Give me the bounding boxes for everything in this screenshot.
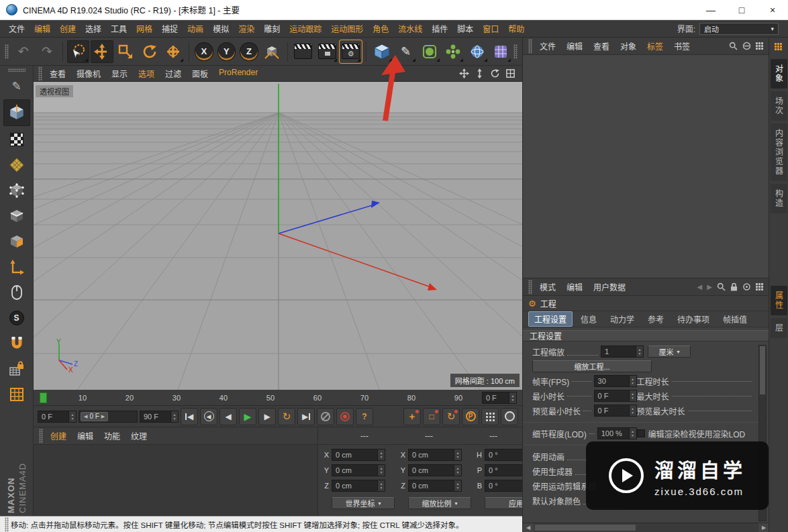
coord-group-header[interactable]: --- [461, 431, 526, 441]
viewport-menu-item[interactable]: 摄像机 [71, 68, 106, 79]
history-back-icon[interactable]: ◀ [697, 283, 703, 290]
toggle-view-icon[interactable] [505, 68, 515, 78]
polygons-mode-button[interactable] [3, 229, 30, 254]
menu-item[interactable]: 流水线 [393, 23, 427, 34]
coord-group-header[interactable]: --- [332, 431, 397, 441]
points-mode-button[interactable] [3, 178, 30, 203]
scale-tool-button[interactable] [115, 40, 137, 63]
attribute-menu-item[interactable]: 用户数据 [588, 281, 631, 292]
toolbar-grip[interactable] [5, 517, 9, 532]
project-scale-field[interactable]: 1▲▼ [601, 345, 644, 358]
menu-item[interactable]: 创建 [55, 23, 81, 34]
stepper-icon[interactable]: ▲▼ [170, 411, 178, 422]
viewport-menu-item[interactable]: 显示 [106, 68, 133, 79]
preview-min-field[interactable]: 0 F▲▼ [594, 405, 637, 417]
stepper-icon[interactable]: ▲▼ [377, 480, 385, 491]
prev-frame-button[interactable]: ◀ [219, 408, 237, 425]
goto-prev-key-button[interactable]: ◀ [200, 408, 217, 425]
toolbar-grip[interactable] [528, 39, 532, 54]
material-menu-item[interactable]: 功能 [99, 430, 126, 441]
pen-spline-button[interactable]: ✎ [395, 40, 417, 63]
arrow-left-icon[interactable]: ◀ [84, 414, 87, 419]
position-y-field[interactable]: 0 cm▲▼ [332, 464, 385, 476]
render-view-button[interactable] [292, 40, 314, 63]
stepper-icon[interactable]: ▲▼ [629, 390, 636, 401]
viewport-menu-item[interactable]: 过滤 [160, 68, 187, 79]
viewport-menu-item[interactable]: 面板 [187, 68, 213, 79]
material-menu-item[interactable]: 编辑 [72, 430, 99, 441]
menu-item[interactable]: 脚本 [452, 23, 478, 34]
timeline-frame-field[interactable]: 0 F ▲▼ [482, 392, 517, 404]
stepper-icon[interactable]: ▲▼ [509, 392, 516, 403]
panel-menu-icon[interactable] [756, 283, 763, 290]
scale-project-button[interactable]: 缩放工程... [532, 360, 652, 372]
menu-item[interactable]: 文件 [4, 23, 30, 34]
menu-item[interactable]: 渲染 [234, 23, 259, 34]
section-header[interactable]: 工程设置 [523, 330, 769, 341]
stepper-icon[interactable]: ▲▼ [454, 465, 461, 476]
lod-field[interactable]: 100 %▲▼ [597, 427, 637, 439]
record-position-button[interactable]: + [403, 408, 421, 425]
attribute-tab[interactable]: 信息 [575, 312, 602, 326]
object-manager-menu-item[interactable]: 书签 [669, 40, 695, 52]
min-time-field[interactable]: 0 F▲▼ [594, 390, 637, 402]
attribute-tab[interactable]: 工程设置 [528, 311, 573, 327]
goto-end-button[interactable]: ▶ [297, 408, 315, 425]
menu-item[interactable]: 模拟 [208, 23, 234, 34]
make-editable-button[interactable]: ✎ [3, 74, 30, 98]
current-frame-marker[interactable] [40, 392, 47, 403]
stepper-icon[interactable]: ▲▼ [629, 428, 636, 439]
enable-axis-button[interactable] [3, 255, 30, 279]
array-generator-button[interactable] [442, 40, 464, 63]
panel-menu-icon[interactable] [756, 42, 763, 50]
rotate-tool-button[interactable] [138, 40, 160, 63]
attribute-tab[interactable]: 动力学 [605, 312, 640, 326]
attribute-menu-item[interactable]: 编辑 [561, 281, 588, 292]
render-settings-button[interactable]: ⚙ [340, 40, 362, 63]
end-frame-field[interactable]: 90 F ▲▼ [140, 411, 179, 423]
maximize-button[interactable]: □ [726, 0, 757, 19]
side-tab[interactable]: 属性 [771, 286, 787, 315]
side-tab[interactable]: 内容浏览器 [771, 123, 787, 181]
menu-item[interactable]: 捕捉 [157, 23, 183, 34]
menu-item[interactable]: 编辑 [30, 23, 55, 34]
play-button[interactable]: ▶ [239, 408, 256, 425]
toolbar-grip[interactable] [8, 68, 26, 72]
stepper-icon[interactable]: ▲▼ [377, 449, 385, 460]
close-button[interactable]: × [757, 0, 788, 19]
coordinate-system-select[interactable]: 世界坐标▾ [332, 497, 395, 509]
object-list[interactable] [523, 55, 769, 278]
menu-item[interactable]: 运动图形 [326, 23, 368, 34]
workplane-mode-button[interactable] [3, 153, 30, 177]
undo-button[interactable]: ↶ [12, 40, 34, 63]
search-icon[interactable] [729, 42, 738, 50]
object-manager-menu-item[interactable]: 文件 [534, 40, 561, 52]
project-scale-unit-select[interactable]: 厘米▾ [648, 345, 691, 358]
pan-view-icon[interactable] [459, 68, 469, 78]
minimize-button[interactable]: — [695, 0, 726, 19]
viewport-solo-button[interactable] [3, 280, 30, 305]
render-lod-checkbox[interactable] [637, 429, 645, 437]
help-button[interactable]: ? [356, 408, 373, 425]
viewport-perspective[interactable]: 透视视图 Y Z X 网格间距 : 100 cm [34, 82, 522, 390]
scale-mode-select[interactable]: 缩放比例▾ [408, 497, 471, 509]
menu-item[interactable]: 帮助 [503, 23, 529, 34]
side-tab[interactable]: 场次 [771, 91, 787, 121]
last-tool-button[interactable] [162, 40, 185, 63]
arrow-right-icon[interactable]: ▶ [101, 414, 105, 419]
attribute-tab[interactable]: 待办事项 [672, 312, 715, 326]
live-selection-button[interactable] [67, 40, 89, 63]
record-pla-button[interactable]: P [462, 408, 479, 425]
lock-x-axis-button[interactable]: X [195, 42, 213, 61]
viewport-menu-item[interactable]: 选项 [133, 68, 160, 79]
quantize-snap-button[interactable] [3, 382, 30, 407]
stepper-icon[interactable]: ▲▼ [454, 449, 461, 460]
sphere-generator-button[interactable] [466, 40, 488, 63]
material-menu-item[interactable]: 创建 [45, 430, 72, 441]
render-picture-viewer-button[interactable] [316, 40, 338, 63]
stepper-icon[interactable]: ▲▼ [68, 411, 76, 422]
move-tool-button[interactable] [91, 40, 113, 63]
horizontal-scrollbar[interactable]: ◀ ▶ [523, 523, 769, 532]
menu-item[interactable]: 动画 [183, 23, 208, 34]
lock-icon[interactable] [730, 282, 738, 291]
